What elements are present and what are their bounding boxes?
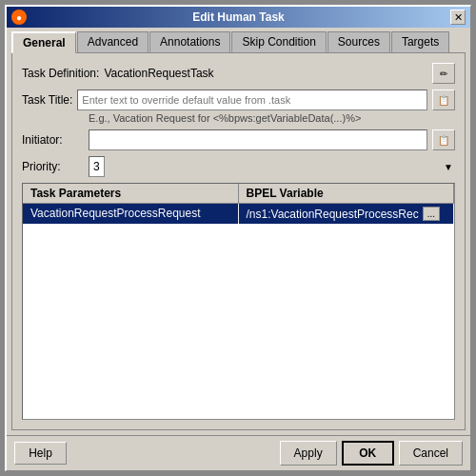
task-parameters-table: Task Parameters BPEL Variable VacationRe… (22, 183, 455, 420)
col-task-parameters: Task Parameters (23, 184, 239, 203)
tab-skip-condition[interactable]: Skip Condition (231, 31, 326, 52)
task-title-input[interactable] (77, 89, 427, 110)
task-definition-label: Task Definition: (22, 67, 99, 80)
table-header: Task Parameters BPEL Variable (23, 184, 454, 204)
task-title-hint: E.g., Vacation Request for <%bpws:getVar… (89, 112, 455, 124)
tab-sources[interactable]: Sources (327, 31, 390, 52)
apply-button[interactable]: Apply (280, 441, 337, 466)
priority-row: Priority: 3 1 2 4 5 ▼ (22, 156, 455, 177)
task-definition-row: Task Definition: VacationRequestTask ✏ (22, 63, 455, 84)
table-row[interactable]: VacationRequestProcessRequest /ns1:Vacat… (23, 204, 454, 225)
task-definition-browse-button[interactable]: ✏ (432, 63, 455, 84)
priority-select[interactable]: 3 1 2 4 5 (89, 156, 105, 177)
tab-targets[interactable]: Targets (391, 31, 449, 52)
ok-button[interactable]: OK (342, 441, 394, 466)
task-title-browse-button[interactable]: 📋 (432, 89, 455, 110)
task-title-label: Task Title: (22, 93, 72, 107)
initiator-row: Initiator: 📋 (22, 129, 455, 150)
col-bpel-variable: BPEL Variable (239, 184, 455, 203)
help-button[interactable]: Help (14, 442, 67, 465)
title-bar: ● Edit Human Task ✕ (7, 7, 470, 28)
tab-advanced[interactable]: Advanced (77, 31, 149, 52)
task-title-row: Task Title: 📋 (22, 89, 455, 110)
priority-dropdown-arrow: ▼ (444, 162, 453, 172)
task-definition-value: VacationRequestTask (104, 67, 213, 80)
variable-ellipsis-button[interactable]: ... (423, 207, 440, 221)
bottom-bar: Help Apply OK Cancel (7, 435, 470, 470)
initiator-input[interactable] (89, 129, 427, 150)
close-button[interactable]: ✕ (450, 10, 466, 25)
tab-annotations[interactable]: Annotations (149, 31, 230, 52)
initiator-label: Initiator: (22, 133, 84, 147)
action-buttons: Apply OK Cancel (280, 441, 463, 466)
tab-general[interactable]: General (11, 31, 76, 53)
initiator-browse-button[interactable]: 📋 (432, 129, 455, 150)
edit-human-task-window: ● Edit Human Task ✕ General Advanced Ann… (5, 5, 471, 471)
window-icon: ● (11, 10, 27, 25)
priority-label: Priority: (22, 160, 84, 173)
cancel-button[interactable]: Cancel (399, 441, 463, 466)
bpel-variable-cell: /ns1:VacationRequestProcessRec ... (239, 204, 455, 224)
tab-bar: General Advanced Annotations Skip Condit… (7, 28, 470, 52)
task-param-cell: VacationRequestProcessRequest (23, 204, 239, 224)
priority-select-wrapper: 3 1 2 4 5 ▼ (89, 156, 455, 177)
content-area: Task Definition: VacationRequestTask ✏ T… (11, 52, 466, 430)
window-title: Edit Human Task (27, 10, 450, 24)
